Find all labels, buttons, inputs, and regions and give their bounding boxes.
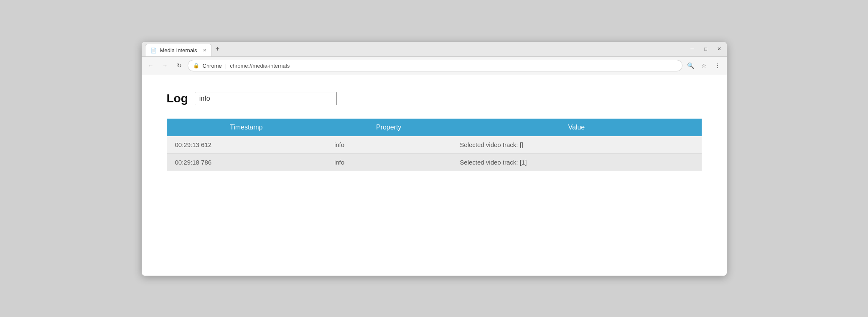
- page-content: Log Timestamp Property Value 00:29:13 61…: [142, 75, 727, 276]
- tab-close-button[interactable]: ✕: [203, 48, 206, 53]
- search-button[interactable]: 🔍: [685, 60, 697, 71]
- table-row: 00:29:13 612infoSelected video track: []: [167, 136, 702, 154]
- menu-icon: ⋮: [715, 62, 720, 69]
- site-label: Chrome: [203, 63, 222, 69]
- log-table: Timestamp Property Value 00:29:13 612inf…: [167, 119, 702, 171]
- table-row: 00:29:18 786infoSelected video track: [1…: [167, 153, 702, 171]
- back-button[interactable]: ←: [145, 60, 157, 71]
- reload-button[interactable]: ↻: [173, 60, 185, 71]
- star-icon: ☆: [701, 62, 707, 69]
- bookmark-button[interactable]: ☆: [698, 60, 710, 71]
- close-button[interactable]: ✕: [715, 46, 723, 52]
- new-tab-button[interactable]: +: [212, 43, 224, 55]
- menu-button[interactable]: ⋮: [712, 60, 723, 71]
- log-input[interactable]: [195, 92, 337, 105]
- cell-property: info: [326, 153, 451, 171]
- browser-tab[interactable]: 📄 Media Internals ✕: [145, 44, 212, 56]
- back-icon: ←: [148, 62, 154, 69]
- col-header-value: Value: [451, 119, 701, 136]
- url-bar[interactable]: 🔒 Chrome | chrome://media-internals: [188, 60, 682, 71]
- address-bar: ← → ↻ 🔒 Chrome | chrome://media-internal…: [142, 57, 727, 75]
- url-path: chrome://media-internals: [230, 63, 290, 69]
- forward-button[interactable]: →: [159, 60, 171, 71]
- url-separator: |: [225, 63, 227, 69]
- maximize-button[interactable]: □: [702, 46, 710, 52]
- forward-icon: →: [162, 62, 168, 69]
- tab-label: Media Internals: [160, 47, 197, 53]
- tab-page-icon: 📄: [150, 48, 157, 53]
- search-icon: 🔍: [687, 62, 694, 69]
- table-header-row: Timestamp Property Value: [167, 119, 702, 136]
- col-header-timestamp: Timestamp: [167, 119, 326, 136]
- col-header-property: Property: [326, 119, 451, 136]
- log-section: Log: [167, 92, 702, 105]
- cell-timestamp: 00:29:18 786: [167, 153, 326, 171]
- cell-value: Selected video track: []: [451, 136, 701, 154]
- browser-window: 📄 Media Internals ✕ + ─ □ ✕ ← → ↻ 🔒 Chro…: [142, 42, 727, 276]
- cell-timestamp: 00:29:13 612: [167, 136, 326, 154]
- cell-value: Selected video track: [1]: [451, 153, 701, 171]
- title-bar: 📄 Media Internals ✕ + ─ □ ✕: [142, 42, 727, 57]
- lock-icon: 🔒: [193, 63, 199, 68]
- cell-property: info: [326, 136, 451, 154]
- log-label: Log: [167, 92, 188, 105]
- window-controls: ─ □ ✕: [688, 46, 723, 52]
- address-actions: 🔍 ☆ ⋮: [685, 60, 723, 71]
- reload-icon: ↻: [177, 62, 182, 69]
- minimize-button[interactable]: ─: [688, 46, 697, 52]
